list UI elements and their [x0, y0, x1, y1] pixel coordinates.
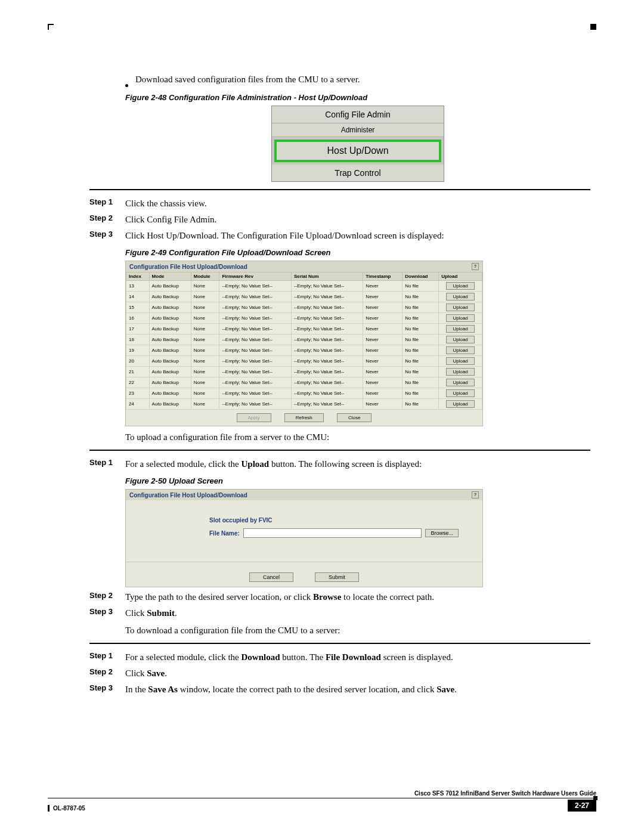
page-number: 2-27	[568, 800, 596, 812]
table-cell: --Empty; No Value Set--	[291, 367, 363, 377]
table-cell: Auto Backup	[149, 377, 191, 388]
table-cell: Auto Backup	[149, 367, 191, 377]
table-cell: No file	[402, 388, 439, 399]
table-cell: Auto Backup	[149, 302, 191, 313]
upload-button: Upload	[446, 346, 474, 354]
page-footer: Cisco SFS 7012 InfiniBand Server Switch …	[48, 790, 596, 812]
table-cell: Never	[363, 324, 402, 335]
step-text: Click the chassis view.	[125, 197, 590, 210]
config-table-figure: Configuration File Host Upload/Download …	[125, 261, 483, 426]
step-text: Type the path to the desired server loca…	[125, 591, 590, 603]
table-cell: --Empty; No Value Set--	[219, 324, 291, 335]
table-cell: Upload	[439, 388, 482, 399]
table-cell: Never	[363, 388, 402, 399]
table-cell: 23	[126, 388, 150, 399]
table-cell: Upload	[439, 292, 482, 302]
menu-host-up-down: Host Up/Down	[274, 140, 441, 162]
step-text: For a selected module, click the Downloa…	[125, 651, 590, 664]
table-cell: Auto Backup	[149, 345, 191, 356]
table-cell: --Empty; No Value Set--	[219, 281, 291, 292]
table-cell: --Empty; No Value Set--	[291, 399, 363, 410]
table-row: 15Auto BackupNone--Empty; No Value Set--…	[126, 302, 482, 313]
table-button-row: Apply Refresh Close	[126, 410, 482, 426]
table-cell: Upload	[439, 356, 482, 367]
table-cell: None	[191, 377, 219, 388]
table-cell: --Empty; No Value Set--	[291, 356, 363, 367]
divider	[89, 643, 590, 644]
slot-label: Slot occupied by FVIC	[209, 517, 459, 524]
step-label: Step 1	[89, 651, 125, 664]
upload-intro: To upload a configuration file from a se…	[125, 431, 590, 444]
upload-button: Upload	[446, 379, 474, 386]
table-cell: --Empty; No Value Set--	[291, 313, 363, 324]
apply-button: Apply	[237, 413, 271, 422]
step-text: Click Host Up/Download. The Configuratio…	[125, 230, 590, 242]
table-cell: --Empty; No Value Set--	[291, 302, 363, 313]
upload-button: Upload	[446, 368, 474, 376]
table-cell: 17	[126, 324, 150, 335]
table-cell: None	[191, 281, 219, 292]
table-cell: 19	[126, 345, 150, 356]
table-row: 24Auto BackupNone--Empty; No Value Set--…	[126, 399, 482, 410]
bullet-dot-icon	[125, 84, 128, 87]
step-label: Step 1	[89, 458, 125, 470]
step-label: Step 2	[89, 667, 125, 680]
footer-doc-number: OL-8787-05	[48, 805, 85, 812]
upload-figure: Configuration File Host Upload/Download …	[125, 489, 483, 587]
upload-button: Upload	[446, 314, 474, 322]
table-header: Download	[402, 272, 439, 281]
figure-49-caption: Figure 2-49 Configuration File Upload/Do…	[125, 248, 590, 257]
table-header: Upload	[439, 272, 482, 281]
table-row: 21Auto BackupNone--Empty; No Value Set--…	[126, 367, 482, 377]
table-header: Module	[191, 272, 219, 281]
table-cell: --Empty; No Value Set--	[291, 292, 363, 302]
table-cell: 20	[126, 356, 150, 367]
table-cell: None	[191, 313, 219, 324]
crop-mark-tr	[590, 24, 596, 30]
table-title: Configuration File Host Upload/Download	[129, 264, 247, 270]
table-cell: Never	[363, 313, 402, 324]
table-row: 19Auto BackupNone--Empty; No Value Set--…	[126, 345, 482, 356]
table-cell: No file	[402, 292, 439, 302]
table-cell: No file	[402, 399, 439, 410]
step-text: Click Config File Admin.	[125, 213, 590, 226]
table-header: Firmware Rev	[219, 272, 291, 281]
table-cell: None	[191, 367, 219, 377]
step-text: Click Save.	[125, 667, 590, 680]
table-cell: Auto Backup	[149, 356, 191, 367]
table-cell: --Empty; No Value Set--	[219, 313, 291, 324]
table-row: 16Auto BackupNone--Empty; No Value Set--…	[126, 313, 482, 324]
table-cell: --Empty; No Value Set--	[219, 367, 291, 377]
step-text: In the Save As window, locate the correc…	[125, 683, 590, 696]
table-cell: --Empty; No Value Set--	[219, 377, 291, 388]
table-cell: --Empty; No Value Set--	[219, 335, 291, 345]
table-cell: No file	[402, 324, 439, 335]
table-cell: --Empty; No Value Set--	[291, 377, 363, 388]
table-cell: None	[191, 356, 219, 367]
table-cell: Never	[363, 292, 402, 302]
table-header: Mode	[149, 272, 191, 281]
table-cell: None	[191, 399, 219, 410]
table-cell: Upload	[439, 313, 482, 324]
refresh-button: Refresh	[284, 413, 324, 422]
upload-button: Upload	[446, 389, 474, 397]
table-row: 18Auto BackupNone--Empty; No Value Set--…	[126, 335, 482, 345]
menu-config-file-admin: Config File Admin	[272, 106, 444, 123]
table-cell: Auto Backup	[149, 281, 191, 292]
table-cell: Upload	[439, 335, 482, 345]
table-cell: Auto Backup	[149, 335, 191, 345]
table-cell: No file	[402, 281, 439, 292]
file-name-label: File Name:	[209, 530, 240, 537]
table-cell: Upload	[439, 399, 482, 410]
table-cell: None	[191, 302, 219, 313]
figure-48-caption: Figure 2-48 Configuration File Administr…	[125, 93, 590, 102]
table-cell: --Empty; No Value Set--	[291, 324, 363, 335]
table-cell: Never	[363, 367, 402, 377]
footer-book-title: Cisco SFS 7012 InfiniBand Server Switch …	[48, 790, 596, 797]
table-cell: None	[191, 292, 219, 302]
upload-button: Upload	[446, 400, 474, 408]
step-label: Step 2	[89, 591, 125, 603]
table-cell: None	[191, 345, 219, 356]
config-table: IndexModeModuleFirmware RevSerial NumTim…	[126, 272, 482, 410]
table-cell: No file	[402, 367, 439, 377]
